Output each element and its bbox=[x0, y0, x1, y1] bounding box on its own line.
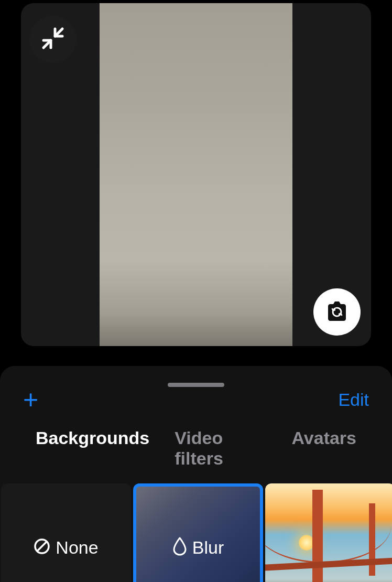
bridge-image-thumbnail bbox=[265, 483, 392, 582]
edit-button[interactable]: Edit bbox=[338, 390, 369, 410]
tab-avatars[interactable]: Avatars bbox=[292, 428, 356, 469]
flip-camera-icon bbox=[325, 300, 349, 324]
tabs-row: Backgrounds Video filters Avatars bbox=[0, 418, 392, 483]
camera-feed bbox=[100, 3, 292, 346]
sheet-header: + Edit bbox=[0, 381, 392, 418]
flip-camera-button[interactable] bbox=[313, 288, 361, 336]
plus-icon: + bbox=[23, 385, 38, 414]
option-label: None bbox=[56, 537, 98, 558]
video-preview-card bbox=[21, 3, 371, 346]
svg-line-1 bbox=[37, 542, 47, 551]
blur-icon bbox=[172, 537, 187, 558]
background-option-image[interactable] bbox=[265, 483, 392, 582]
background-options-row[interactable]: None Blur bbox=[0, 483, 392, 582]
none-icon bbox=[34, 538, 50, 557]
tab-video-filters[interactable]: Video filters bbox=[175, 428, 266, 469]
option-label: Blur bbox=[192, 537, 224, 558]
minimize-button[interactable] bbox=[29, 16, 77, 63]
background-option-none[interactable]: None bbox=[1, 483, 131, 582]
minimize-icon bbox=[40, 26, 66, 53]
effects-bottom-sheet: + Edit Backgrounds Video filters Avatars… bbox=[0, 366, 392, 582]
tab-backgrounds[interactable]: Backgrounds bbox=[36, 428, 149, 469]
background-option-blur[interactable]: Blur bbox=[133, 483, 263, 582]
add-button[interactable]: + bbox=[23, 386, 38, 413]
